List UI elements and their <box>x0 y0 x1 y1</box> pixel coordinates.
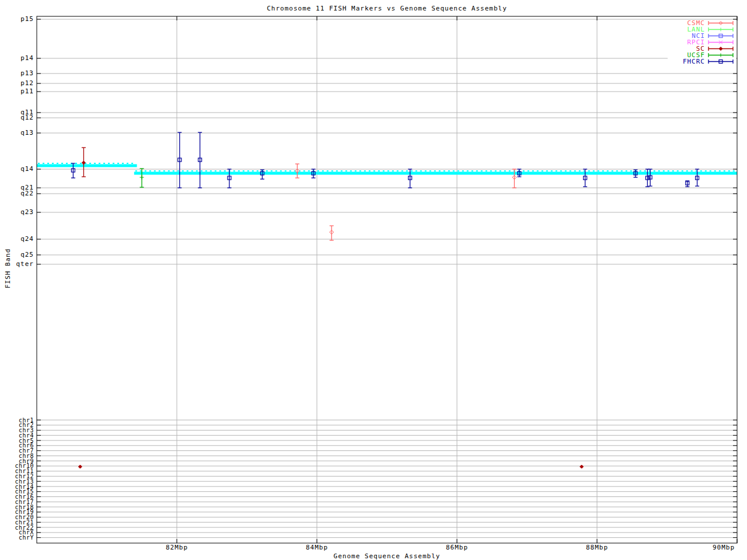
marker-diamond-filled <box>719 47 722 51</box>
legend-sample <box>707 46 734 52</box>
series-fhcrc <box>71 132 699 188</box>
data-point <box>78 465 82 468</box>
data-point <box>140 176 144 180</box>
legend: CSMCLANLNCIRPCISCUCSFFHCRC <box>668 20 736 65</box>
legend-label: FHCRC <box>668 58 705 65</box>
marker-diamond-filled <box>78 465 82 468</box>
legend-sample <box>707 52 734 58</box>
data-point <box>82 161 85 164</box>
assembly-highlight-bar <box>134 172 737 175</box>
legend-sample <box>707 39 734 46</box>
legend-item-fhcrc: FHCRC <box>668 58 736 65</box>
plot-border <box>37 16 737 543</box>
legend-sample <box>707 20 734 26</box>
legend-sample <box>707 26 734 33</box>
legend-sample <box>707 33 734 39</box>
assembly-highlight-bar <box>37 164 137 167</box>
data-point <box>580 465 584 468</box>
series-csmc <box>295 164 516 240</box>
marker-diamond-filled <box>82 161 85 164</box>
chart-root: { "title": "Chromosome 11 FISH Markers v… <box>0 0 747 560</box>
legend-sample <box>707 58 734 65</box>
marker-diamond-filled <box>580 465 584 468</box>
plot-area <box>0 0 747 560</box>
